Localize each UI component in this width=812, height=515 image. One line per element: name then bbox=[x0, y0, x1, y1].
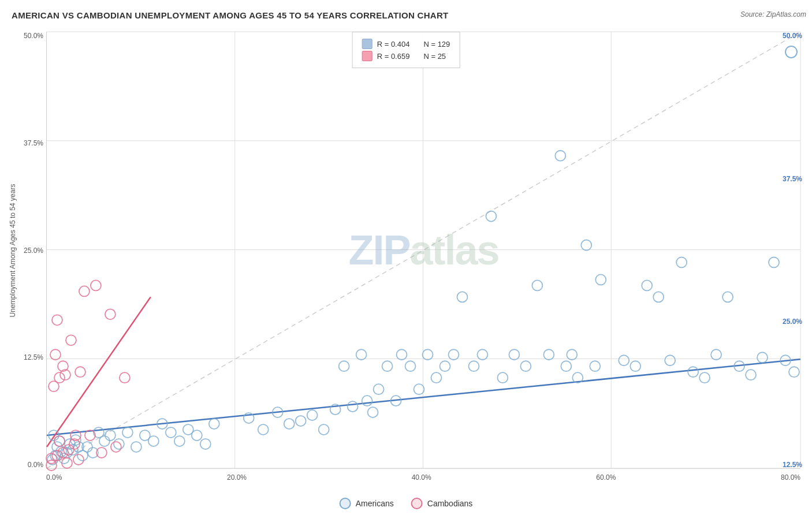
svg-point-67 bbox=[477, 349, 487, 360]
svg-point-66 bbox=[468, 361, 479, 371]
svg-point-32 bbox=[131, 442, 141, 452]
bottom-legend: Americans Cambodians bbox=[340, 498, 473, 509]
y-label-125: 12.5% bbox=[24, 353, 43, 361]
svg-point-74 bbox=[555, 151, 565, 161]
x-label-40: 40.0% bbox=[412, 473, 431, 482]
svg-point-84 bbox=[653, 292, 664, 302]
svg-point-43 bbox=[258, 424, 269, 435]
svg-point-71 bbox=[520, 361, 531, 371]
americans-legend-label: Americans bbox=[356, 499, 394, 508]
svg-point-31 bbox=[122, 427, 133, 438]
svg-point-107 bbox=[75, 367, 85, 377]
cambodians-legend-label: Cambodians bbox=[427, 499, 473, 508]
legend-cambodian-n: N = 25 bbox=[423, 52, 446, 61]
svg-point-48 bbox=[319, 424, 329, 435]
svg-point-68 bbox=[486, 211, 496, 222]
source-label: Source: ZipAtlas.com bbox=[740, 10, 806, 18]
svg-point-39 bbox=[192, 430, 202, 441]
svg-point-34 bbox=[148, 436, 159, 446]
svg-point-36 bbox=[166, 427, 176, 438]
svg-point-92 bbox=[746, 370, 756, 380]
x-label-80: 80.0% bbox=[781, 473, 800, 482]
svg-point-108 bbox=[79, 286, 90, 296]
svg-point-50 bbox=[339, 361, 349, 371]
right-y-50: 50.0% bbox=[783, 32, 802, 40]
x-axis-labels: 0.0% 20.0% 40.0% 60.0% 80.0% bbox=[46, 473, 800, 482]
legend-american-row: R = 0.404 N = 129 bbox=[362, 39, 450, 49]
svg-point-65 bbox=[457, 292, 467, 302]
svg-point-45 bbox=[284, 419, 295, 429]
svg-point-85 bbox=[665, 355, 675, 365]
chart-svg bbox=[47, 32, 800, 468]
legend-cambodian-row: R = 0.659 N = 25 bbox=[362, 51, 450, 61]
americans-legend-circle bbox=[340, 498, 351, 509]
svg-point-72 bbox=[532, 280, 542, 290]
right-y-125: 12.5% bbox=[783, 461, 802, 469]
legend-cambodian-r: R = 0.659 bbox=[377, 52, 410, 61]
cambodians-legend-circle bbox=[411, 498, 423, 509]
legend-american-n: N = 129 bbox=[423, 40, 450, 48]
svg-point-47 bbox=[307, 410, 318, 420]
svg-point-62 bbox=[431, 372, 441, 383]
svg-point-90 bbox=[722, 292, 733, 302]
svg-point-69 bbox=[497, 372, 508, 383]
x-label-0: 0.0% bbox=[46, 473, 62, 482]
svg-point-78 bbox=[581, 240, 591, 251]
svg-point-58 bbox=[397, 349, 407, 360]
svg-point-94 bbox=[769, 257, 779, 267]
legend-cambodians: Cambodians bbox=[411, 498, 473, 509]
legend-american-r: R = 0.404 bbox=[377, 40, 410, 48]
svg-point-61 bbox=[423, 349, 433, 360]
svg-point-40 bbox=[200, 439, 211, 449]
svg-point-75 bbox=[561, 361, 571, 371]
svg-point-82 bbox=[630, 361, 640, 371]
svg-point-76 bbox=[567, 349, 577, 360]
chart-area: ZIPatlas bbox=[46, 32, 800, 469]
svg-point-109 bbox=[91, 280, 101, 290]
svg-point-55 bbox=[374, 384, 384, 394]
legend-americans: Americans bbox=[340, 498, 394, 509]
y-label-0: 0.0% bbox=[28, 461, 43, 469]
chart-legend: R = 0.404 N = 129 R = 0.659 N = 25 bbox=[352, 32, 460, 68]
svg-point-60 bbox=[414, 384, 424, 394]
svg-point-53 bbox=[362, 395, 373, 406]
svg-point-89 bbox=[711, 349, 721, 360]
svg-point-59 bbox=[405, 361, 416, 371]
svg-point-111 bbox=[120, 372, 130, 383]
right-y-25: 25.0% bbox=[783, 318, 802, 326]
svg-line-10 bbox=[47, 359, 800, 435]
legend-cambodian-box bbox=[362, 51, 373, 61]
svg-point-51 bbox=[348, 401, 358, 412]
svg-point-113 bbox=[85, 430, 95, 441]
svg-point-37 bbox=[174, 436, 185, 446]
svg-point-73 bbox=[543, 349, 554, 360]
svg-point-30 bbox=[114, 439, 124, 449]
x-label-20: 20.0% bbox=[227, 473, 247, 482]
right-y-375: 37.5% bbox=[783, 175, 802, 183]
y-label-25: 25.0% bbox=[24, 247, 43, 255]
x-label-60: 60.0% bbox=[596, 473, 616, 482]
svg-point-28 bbox=[99, 436, 110, 446]
svg-point-93 bbox=[757, 352, 768, 363]
svg-point-112 bbox=[66, 335, 76, 345]
svg-point-81 bbox=[619, 355, 629, 365]
svg-point-88 bbox=[699, 372, 710, 383]
legend-american-box bbox=[362, 39, 373, 49]
svg-point-63 bbox=[439, 361, 450, 371]
svg-point-64 bbox=[448, 349, 459, 360]
right-y-labels: 50.0% 37.5% 25.0% 12.5% bbox=[780, 32, 812, 469]
svg-point-117 bbox=[46, 460, 57, 471]
y-axis-labels: 50.0% 37.5% 25.0% 12.5% 0.0% bbox=[12, 32, 43, 469]
svg-point-115 bbox=[54, 436, 65, 446]
y-label-50: 50.0% bbox=[24, 32, 43, 40]
svg-point-41 bbox=[209, 419, 219, 429]
svg-point-87 bbox=[688, 367, 698, 377]
svg-point-122 bbox=[52, 315, 62, 325]
svg-point-54 bbox=[368, 407, 378, 417]
svg-point-110 bbox=[105, 309, 116, 319]
svg-point-70 bbox=[509, 349, 519, 360]
svg-point-46 bbox=[296, 416, 306, 426]
chart-title: AMERICAN VS CAMBODIAN UNEMPLOYMENT AMONG… bbox=[12, 10, 449, 20]
svg-point-52 bbox=[356, 349, 367, 360]
chart-container: AMERICAN VS CAMBODIAN UNEMPLOYMENT AMONG… bbox=[0, 0, 812, 515]
